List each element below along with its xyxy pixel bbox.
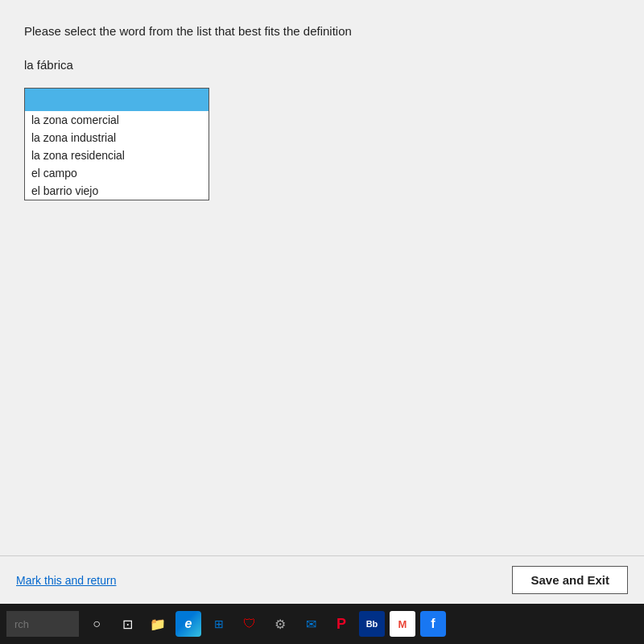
definition-text: la fábrica [24, 58, 620, 72]
windows-icon[interactable]: ⊞ [206, 611, 232, 637]
list-item[interactable]: la zona comercial [25, 111, 208, 129]
list-item[interactable]: el campo [25, 164, 208, 182]
gear-icon[interactable]: ⚙ [267, 611, 293, 637]
mail-icon[interactable]: ✉ [298, 611, 324, 637]
instruction-text: Please select the word from the list tha… [24, 24, 620, 38]
gmail-icon[interactable]: M [390, 611, 415, 637]
list-item[interactable]: el barrio viejo [25, 182, 208, 200]
listbox-selected-highlight [25, 89, 208, 111]
list-item[interactable]: la zona industrial [25, 129, 208, 147]
answer-listbox[interactable]: la zona comercial la zona industrial la … [24, 88, 209, 200]
facebook-icon[interactable]: f [420, 611, 446, 637]
mark-return-button[interactable]: Mark this and return [16, 574, 117, 587]
edge-icon[interactable]: e [175, 611, 201, 637]
shield-icon[interactable]: 🛡 [237, 611, 262, 637]
bottom-action-bar: Mark this and return Save and Exit [0, 555, 644, 604]
save-exit-button[interactable]: Save and Exit [512, 566, 628, 594]
search-icon[interactable]: ○ [84, 611, 109, 637]
list-item[interactable]: la zona residencial [25, 147, 208, 164]
folder-icon[interactable]: 📁 [145, 611, 171, 637]
blackboard-icon[interactable]: Bb [359, 611, 385, 637]
taskbar: ○ ⊡ 📁 e ⊞ 🛡 ⚙ ✉ P Bb M f [0, 604, 644, 644]
taskbar-search-input[interactable] [6, 611, 79, 637]
pinterest-icon[interactable]: P [328, 611, 354, 637]
task-view-icon[interactable]: ⊡ [114, 611, 140, 637]
quiz-content: Please select the word from the list tha… [0, 0, 644, 555]
